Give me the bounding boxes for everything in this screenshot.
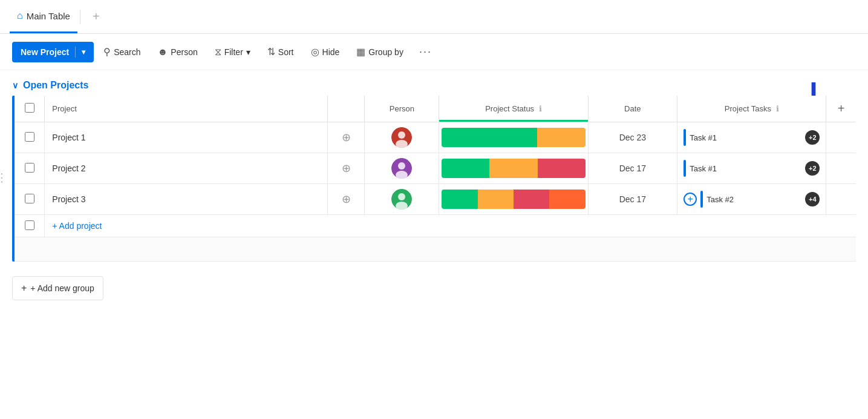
- main-content: ∨ Open Projects ··· Project: [0, 70, 868, 310]
- avatar[interactable]: [391, 127, 412, 148]
- comment-icon-cell: ⊕: [327, 122, 365, 153]
- row-checkbox[interactable]: [25, 163, 34, 173]
- toolbar: New Project ▾ ⚲ Search ☻ Person ⧖ Filter…: [0, 34, 868, 70]
- sort-label: Sort: [278, 47, 294, 57]
- person-cell[interactable]: [365, 184, 439, 215]
- status-info-icon[interactable]: ℹ: [539, 104, 542, 113]
- project-name-cell: Project 1: [45, 122, 328, 153]
- empty-row-cell: [15, 237, 856, 262]
- person-button[interactable]: ☻ Person: [151, 42, 205, 62]
- tab-main-table[interactable]: ⌂ Main Table: [10, 0, 77, 33]
- hide-icon: ◎: [311, 46, 319, 58]
- tasks-cell: Task #1 +2: [677, 153, 826, 184]
- filter-button[interactable]: ⧖ Filter ▾: [207, 42, 258, 62]
- comment-icon-cell: ⊕: [327, 153, 365, 184]
- date-value: Dec 17: [619, 194, 646, 204]
- col-date-header: Date: [588, 96, 677, 122]
- add-project-checkbox-input[interactable]: [25, 220, 34, 230]
- filter-caret: ▾: [246, 47, 250, 57]
- sort-button[interactable]: ⇅ Sort: [260, 42, 301, 62]
- add-task-button[interactable]: +: [684, 193, 697, 206]
- status-segment: [478, 190, 514, 209]
- add-project-row: + Add project: [15, 215, 856, 237]
- status-segment: [514, 190, 549, 209]
- filter-label: Filter: [224, 47, 243, 57]
- hide-label: Hide: [322, 47, 340, 57]
- status-segment: [549, 190, 585, 209]
- project-name: Project 1: [52, 133, 85, 142]
- task-label: Task #2: [706, 195, 801, 204]
- search-button[interactable]: ⚲ Search: [96, 42, 148, 62]
- project-table-container: ··· Project Person: [12, 96, 856, 262]
- row-add-cell: [826, 184, 856, 215]
- avatar[interactable]: [391, 189, 412, 210]
- table-header-row: Project Person Project Status ℹ Date: [15, 96, 856, 122]
- task-bar-indicator: [684, 160, 686, 177]
- status-cell[interactable]: [439, 122, 588, 153]
- task-cell-content: Task #1 +2: [684, 160, 820, 177]
- row-add-cell: [826, 122, 856, 153]
- avatar[interactable]: [391, 158, 412, 179]
- tab-add-button[interactable]: +: [88, 7, 105, 26]
- row-checkbox[interactable]: [25, 194, 34, 203]
- group-header: ∨ Open Projects: [12, 80, 856, 91]
- table-row: Project 3 ⊕ Dec 17 + Task #2 +4: [15, 184, 856, 215]
- add-group-label: + Add new group: [30, 283, 94, 293]
- comment-icon-cell: ⊕: [327, 184, 365, 215]
- task-badge: +2: [805, 130, 820, 145]
- add-group-button[interactable]: + + Add new group: [12, 276, 103, 300]
- row-add-cell: [826, 153, 856, 184]
- status-segment: [442, 190, 477, 209]
- new-project-label: New Project: [21, 47, 69, 57]
- tasks-cell: Task #1 +2: [677, 122, 826, 153]
- date-cell: Dec 23: [588, 122, 677, 153]
- svg-point-3: [398, 131, 405, 139]
- task-badge: +4: [805, 192, 820, 206]
- row-checkbox[interactable]: [25, 132, 34, 142]
- side-dots[interactable]: ···: [0, 173, 7, 184]
- status-segment: [538, 159, 586, 178]
- status-segment: [442, 159, 489, 178]
- group-by-icon: ▦: [356, 46, 365, 58]
- project-table: Project Person Project Status ℹ Date: [15, 96, 856, 262]
- status-cell[interactable]: [439, 153, 588, 184]
- row-checkbox-cell: [15, 153, 45, 184]
- group-chevron-icon[interactable]: ∨: [12, 81, 18, 90]
- date-cell: Dec 17: [588, 153, 677, 184]
- comment-icon[interactable]: ⊕: [342, 131, 351, 144]
- caret-icon: ▾: [82, 48, 85, 56]
- task-bar-indicator: [684, 129, 686, 146]
- row-checkbox-cell: [15, 184, 45, 215]
- group-by-button[interactable]: ▦ Group by: [349, 42, 411, 62]
- person-cell[interactable]: [365, 122, 439, 153]
- col-checkbox: [15, 96, 45, 122]
- tasks-cell: + Task #2 +4: [677, 184, 826, 215]
- hide-button[interactable]: ◎ Hide: [304, 42, 347, 62]
- group-by-label: Group by: [368, 47, 403, 57]
- new-project-button[interactable]: New Project ▾: [12, 42, 94, 62]
- table-row: Project 1 ⊕ Dec 23 Task #1 +2: [15, 122, 856, 153]
- col-project-header: Project: [45, 96, 328, 122]
- project-name-cell: Project 3: [45, 184, 328, 215]
- task-cell-content: Task #1 +2: [684, 129, 820, 146]
- group-title: Open Projects: [23, 80, 88, 91]
- comment-icon[interactable]: ⊕: [342, 162, 351, 174]
- person-cell[interactable]: [365, 153, 439, 184]
- tab-divider: [80, 10, 80, 24]
- select-all-checkbox[interactable]: [25, 103, 34, 113]
- task-label: Task #1: [690, 133, 801, 142]
- add-group-plus-icon: +: [21, 283, 27, 294]
- add-project-checkbox: [15, 215, 45, 237]
- add-column-button[interactable]: +: [838, 102, 845, 116]
- status-segment: [442, 128, 537, 147]
- status-header-bar: [439, 120, 587, 122]
- col-add-header[interactable]: +: [826, 96, 856, 122]
- more-options-button[interactable]: ···: [413, 41, 438, 62]
- status-bar: [442, 159, 585, 178]
- comment-icon[interactable]: ⊕: [342, 193, 351, 205]
- col-person-header: Person: [365, 96, 439, 122]
- add-project-cell[interactable]: + Add project: [45, 215, 856, 237]
- table-row: Project 2 ⊕ Dec 17 Task #1 +2: [15, 153, 856, 184]
- tasks-info-icon[interactable]: ℹ: [776, 104, 779, 113]
- status-cell[interactable]: [439, 184, 588, 215]
